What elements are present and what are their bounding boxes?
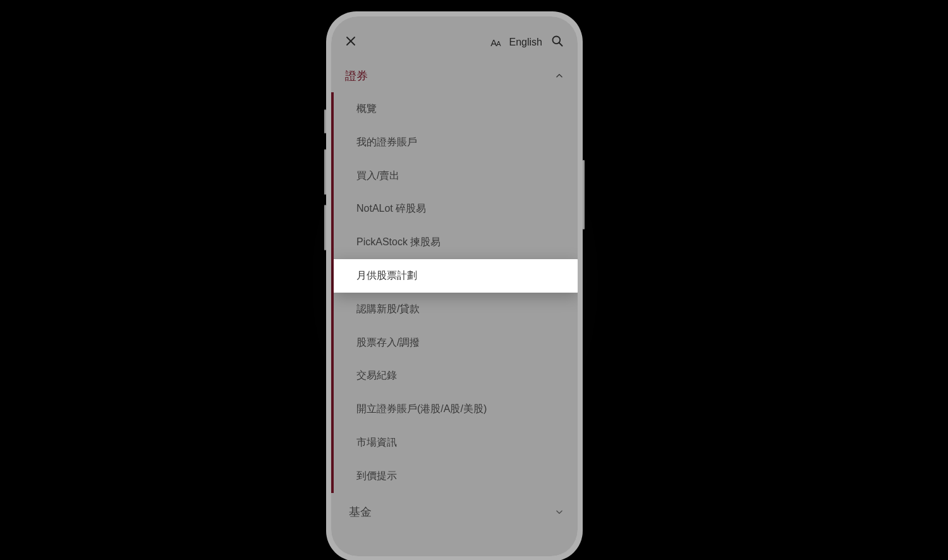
app-screen: AA English 證券 概覽	[331, 16, 578, 556]
phone-side-button	[583, 160, 585, 229]
phone-side-button	[324, 109, 326, 133]
phone-side-button	[324, 205, 326, 250]
phone-screen-container: AA English 證券 概覽	[331, 16, 578, 556]
phone-side-button	[324, 149, 326, 195]
menu-item-monthly-stock-plan[interactable]: 月供股票計劃	[334, 259, 578, 293]
phone-frame: AA English 證券 概覽	[326, 11, 583, 560]
